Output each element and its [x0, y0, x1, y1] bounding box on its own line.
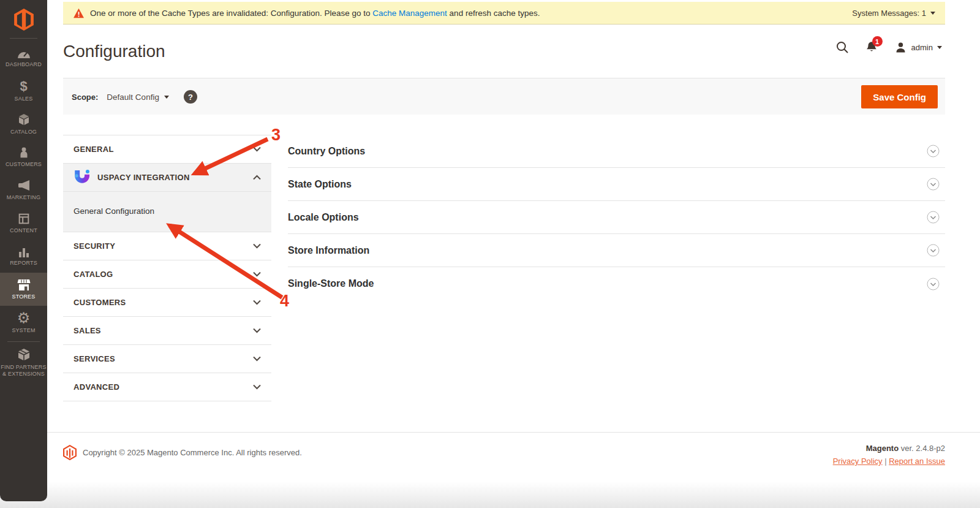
search-icon — [835, 40, 849, 54]
chevron-down-icon — [253, 300, 261, 305]
sidebar-item-stores[interactable]: STORES — [0, 273, 47, 306]
footer-left: Copyright © 2025 Magento Commerce Inc. A… — [63, 445, 302, 460]
section-title: Locale Options — [288, 212, 359, 223]
bar-chart-icon — [17, 246, 31, 258]
admin-username: admin — [911, 43, 933, 52]
gear-icon: ⚙ — [17, 311, 31, 325]
version-line: Magento ver. 2.4.8-p2 — [833, 444, 945, 453]
privacy-policy-link[interactable]: Privacy Policy — [833, 457, 883, 466]
sidebar-item-label: MARKETING — [7, 194, 40, 201]
sidebar-divider — [7, 341, 40, 342]
scope-label: Scope: — [72, 93, 98, 102]
report-issue-link[interactable]: Report an Issue — [889, 457, 945, 466]
chevron-down-icon — [164, 96, 169, 99]
sidebar-item-find-partners[interactable]: FIND PARTNERS& EXTENSIONS — [0, 343, 47, 381]
config-section-nav: GENERAL USPACY INTEGRATION — [63, 135, 271, 401]
package-box-icon — [17, 112, 31, 127]
chevron-down-icon — [253, 243, 261, 249]
extensions-box-icon — [17, 347, 31, 362]
sidebar-item-label: FIND PARTNERS& EXTENSIONS — [1, 364, 46, 377]
sidebar-item-catalog[interactable]: CATALOG — [0, 107, 47, 140]
sidebar-item-reports[interactable]: REPORTS — [0, 240, 47, 273]
admin-user-menu[interactable]: admin — [894, 41, 942, 54]
system-message-bar: One or more of the Cache Types are inval… — [63, 2, 945, 25]
config-nav-label: USPACY INTEGRATION — [97, 173, 190, 182]
system-messages-count: System Messages: 1 — [852, 9, 926, 18]
config-nav-general-configuration[interactable]: General Configuration — [74, 207, 261, 216]
sidebar-item-label: STORES — [12, 294, 35, 300]
section-title: Store Information — [288, 245, 369, 256]
sidebar-item-label: SYSTEM — [12, 327, 35, 334]
config-nav-sales[interactable]: SALES — [63, 317, 271, 345]
person-icon — [17, 146, 31, 159]
magento-admin-configuration-page: DASHBOARD $ SALES CATALOG CUSTOMERS — [0, 0, 980, 508]
section-title: Country Options — [288, 146, 365, 157]
section-country-options[interactable]: Country Options — [288, 135, 945, 168]
header-actions: 1 admin — [835, 40, 942, 54]
sidebar-item-label: SALES — [14, 96, 32, 102]
copyright-text: Copyright © 2025 Magento Commerce Inc. A… — [83, 448, 302, 457]
chevron-down-icon — [253, 146, 261, 152]
notice-message: One or more of the Cache Types are inval… — [90, 9, 540, 18]
window-bottom-edge — [0, 482, 980, 508]
scope-bar: Scope: Default Config ? Save Config — [63, 78, 945, 115]
config-nav-security[interactable]: SECURITY — [63, 232, 271, 260]
config-nav-label: CATALOG — [74, 270, 113, 279]
config-nav-label: SECURITY — [74, 241, 115, 251]
config-nav-uspacy-integration[interactable]: USPACY INTEGRATION — [63, 164, 271, 192]
notification-badge: 1 — [872, 36, 883, 47]
notifications-button[interactable]: 1 — [865, 40, 878, 54]
chevron-down-icon — [253, 271, 261, 277]
sidebar-item-system[interactable]: ⚙ SYSTEM — [0, 306, 47, 339]
config-nav-uspacy-children: General Configuration — [63, 192, 271, 232]
scope-switcher[interactable]: Default Config — [107, 93, 169, 102]
dashboard-gauge-icon — [17, 47, 31, 59]
brand-name: Magento — [866, 444, 899, 453]
magento-logo-icon — [12, 9, 36, 31]
sidebar-item-dashboard[interactable]: DASHBOARD — [0, 41, 47, 74]
section-title: State Options — [288, 179, 352, 190]
version-number: ver. 2.4.8-p2 — [899, 444, 945, 453]
sidebar-item-marketing[interactable]: MARKETING — [0, 173, 47, 207]
chevron-up-icon — [253, 175, 261, 180]
sidebar-item-label: CATALOG — [10, 129, 37, 135]
config-nav-general[interactable]: GENERAL — [63, 135, 271, 164]
magento-footer-logo-icon — [63, 445, 77, 460]
chevron-down-icon — [937, 46, 942, 49]
sidebar-item-customers[interactable]: CUSTOMERS — [0, 140, 47, 173]
footer-right: Magento ver. 2.4.8-p2 Privacy Policy | R… — [833, 444, 945, 466]
uspacy-logo-icon — [74, 169, 92, 186]
user-avatar-icon — [894, 41, 907, 54]
cache-management-link[interactable]: Cache Management — [372, 9, 447, 18]
admin-footer: Copyright © 2025 Magento Commerce Inc. A… — [47, 432, 980, 482]
section-state-options[interactable]: State Options — [288, 168, 945, 201]
config-nav-customers[interactable]: CUSTOMERS — [63, 289, 271, 317]
save-config-button[interactable]: Save Config — [861, 85, 938, 108]
sidebar-item-label: REPORTS — [10, 260, 37, 267]
sidebar-item-label: DASHBOARD — [6, 61, 42, 68]
sidebar-item-content[interactable]: CONTENT — [0, 207, 47, 240]
magento-logo[interactable] — [0, 6, 47, 33]
search-button[interactable] — [835, 40, 849, 54]
section-store-information[interactable]: Store Information — [288, 234, 945, 267]
system-messages-dropdown[interactable]: System Messages: 1 — [852, 9, 935, 18]
scope-controls: Scope: Default Config ? — [72, 78, 197, 115]
collapse-chevron-icon — [927, 178, 940, 191]
footer-links: Privacy Policy | Report an Issue — [833, 457, 945, 466]
main-content: One or more of the Cache Types are inval… — [47, 0, 980, 482]
config-nav-advanced[interactable]: ADVANCED — [63, 373, 271, 401]
chevron-down-icon — [930, 12, 935, 15]
scope-value: Default Config — [107, 93, 159, 102]
section-locale-options[interactable]: Locale Options — [288, 201, 945, 234]
sidebar-item-label: CONTENT — [10, 227, 37, 234]
config-nav-catalog[interactable]: CATALOG — [63, 260, 271, 289]
config-nav-services[interactable]: SERVICES — [63, 345, 271, 373]
config-nav-label: ADVANCED — [74, 382, 119, 392]
collapse-chevron-icon — [927, 211, 940, 224]
sidebar-item-sales[interactable]: $ SALES — [0, 74, 47, 107]
section-single-store-mode[interactable]: Single-Store Mode — [288, 267, 945, 300]
dollar-icon: $ — [20, 79, 27, 94]
layout-icon — [17, 212, 31, 226]
help-button[interactable]: ? — [184, 90, 197, 104]
page-title: Configuration — [63, 42, 165, 61]
